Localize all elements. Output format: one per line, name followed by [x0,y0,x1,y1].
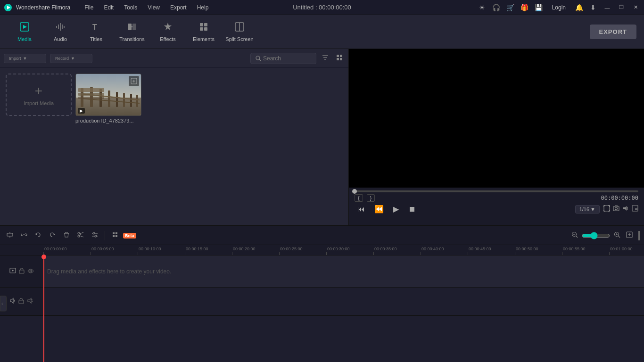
svg-rect-59 [113,232,115,234]
timeline-ruler-track: 00:00:00:00 00:00:05:00 00:00:10:00 00:0… [43,245,644,255]
login-button[interactable]: Login [548,3,570,12]
audio-track-type-icon[interactable] [10,297,16,305]
toolbar-titles[interactable]: T Titles [79,17,113,47]
video-track-hint: Drag media and effects here to create yo… [47,268,171,275]
fullscreen-button[interactable] [603,205,610,213]
zoom-slider[interactable] [582,232,610,239]
preview-progress-thumb [352,189,357,194]
preview-playback-controls: ⏮ ⏪ ▶ ⏹ 1/16 ▼ [355,204,638,214]
record-chevron-icon: ▼ [71,56,75,61]
timeline-pause-indicator[interactable] [638,231,640,240]
undo-button[interactable] [32,230,44,241]
record-dropdown[interactable]: Record ▼ [50,54,92,63]
redo-button[interactable] [46,230,58,241]
toolbar-elements[interactable]: Elements [187,17,221,47]
menu-edit[interactable]: Edit [99,3,119,12]
motion-effect-button[interactable] [109,230,121,241]
audio-track-1 [0,288,644,316]
download-icon[interactable]: ⬇ [588,3,598,12]
track-type-icon[interactable] [9,267,16,275]
ruler-label-9: 00:00:45:00 [469,247,491,251]
timeline-snap-button[interactable] [4,230,16,241]
cart-icon[interactable]: 🛒 [506,3,515,12]
save-icon[interactable]: 💾 [534,3,544,12]
step-back-button[interactable]: ⏮ [355,204,368,214]
cut-button[interactable] [74,230,87,241]
video-track-content[interactable]: Drag media and effects here to create yo… [43,255,644,287]
svg-rect-61 [113,235,115,237]
play-button[interactable]: ▶ [390,204,402,214]
svg-rect-42 [613,206,619,211]
svg-rect-32 [136,95,138,107]
audio-label: Audio [54,36,67,42]
svg-marker-3 [23,25,27,29]
titles-icon: T [91,22,101,34]
menu-tools[interactable]: Tools [119,3,142,12]
track-visibility-icon[interactable] [27,268,34,275]
toolbar-transitions[interactable]: Transitions [115,17,149,47]
ruler-label-2: 00:00:10:00 [139,247,161,251]
import-media-button[interactable]: + Import Media [6,74,72,116]
toolbar-media[interactable]: Media [8,17,41,47]
menu-export[interactable]: Export [165,3,191,12]
splitscreen-label: Split Screen [225,36,253,42]
track-lock-icon[interactable] [19,267,25,275]
menu-file[interactable]: File [80,3,98,12]
plus-icon: + [35,83,42,99]
sun-icon[interactable]: ☀ [478,3,487,12]
preview-progress-bar[interactable] [355,190,638,192]
preview-right-controls [603,205,638,213]
timeline-link-button[interactable] [18,230,30,241]
search-box[interactable] [250,53,316,64]
close-button[interactable]: ✕ [631,3,640,12]
export-button[interactable]: EXPORT [590,25,636,39]
maximize-button[interactable]: ❐ [617,3,626,12]
app-logo-icon [4,3,12,12]
preview-video-area[interactable] [349,49,644,188]
playback-rate-chevron: ▼ [590,206,595,212]
ruler-label-5: 00:00:25:00 [280,247,303,251]
preview-controls: { } 00:00:00:00 ⏮ ⏪ ▶ ⏹ 1/16 ▼ [349,188,644,225]
import-dropdown[interactable]: Import ▼ [4,54,46,63]
playback-rate-selector[interactable]: 1/16 ▼ [575,205,600,214]
svg-marker-78 [28,298,31,303]
fit-timeline-button[interactable] [624,230,635,242]
svg-marker-44 [623,206,627,211]
minimize-button[interactable]: — [603,3,612,12]
menu-help[interactable]: Help [192,3,214,12]
zoom-in-button[interactable] [612,230,622,242]
mark-in-button[interactable]: { [355,194,363,202]
svg-point-50 [78,232,80,234]
ruler-label-6: 00:00:30:00 [327,247,350,251]
notification-icon[interactable]: 🔔 [574,3,584,12]
audio-track-lock-icon[interactable] [18,297,24,305]
svg-rect-21 [337,58,339,60]
volume-button[interactable] [622,205,629,213]
adjust-button[interactable] [89,230,101,241]
zoom-out-button[interactable] [570,230,580,242]
toolbar-effects[interactable]: Effects [151,17,185,47]
menu-view[interactable]: View [143,3,165,12]
toolbar-audio[interactable]: Audio [43,17,77,47]
ruler-label-7: 00:00:35:00 [374,247,397,251]
pip-button[interactable] [632,205,638,213]
mark-out-button[interactable]: } [367,194,375,202]
gift-icon[interactable]: 🎁 [520,3,529,12]
add-to-timeline-overlay[interactable] [129,76,139,86]
audio-track-content[interactable] [43,288,644,315]
svg-rect-20 [340,55,342,57]
audio-track-volume-icon[interactable] [27,297,33,305]
filter-icon[interactable] [320,52,330,64]
timeline: Beta ‹ 00:00:00:00 00:00:05:00 00:00:10: [0,225,644,362]
timeline-collapse-arrow[interactable]: ‹ [0,296,7,312]
grid-view-icon[interactable] [334,52,345,64]
headphone-icon[interactable]: 🎧 [492,3,501,12]
snapshot-button[interactable] [613,205,619,213]
media-item-video1[interactable]: ▶ production ID_4782379... [75,74,141,123]
frame-back-button[interactable]: ⏪ [372,204,387,214]
delete-button[interactable] [60,230,73,241]
timeline-tracks: Drag media and effects here to create yo… [0,255,644,362]
stop-button[interactable]: ⏹ [405,204,419,214]
search-input[interactable] [263,55,311,62]
toolbar-splitscreen[interactable]: Split Screen [223,17,256,47]
